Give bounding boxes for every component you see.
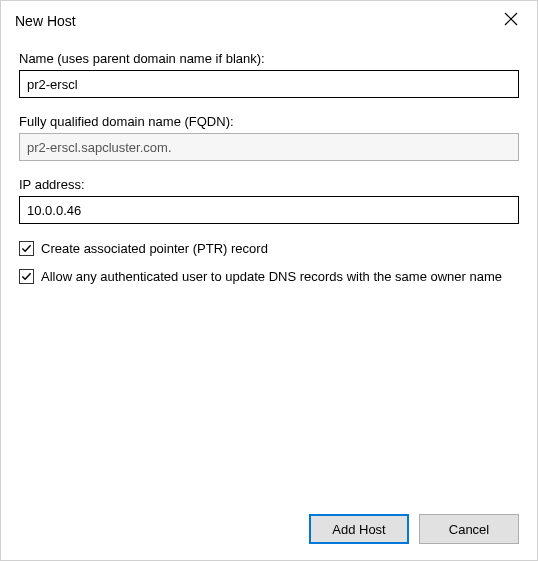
name-label: Name (uses parent domain name if blank):	[19, 51, 519, 66]
fqdn-field-group: Fully qualified domain name (FQDN): pr2-…	[19, 114, 519, 161]
checkmark-icon	[21, 271, 32, 282]
ptr-checkbox-label: Create associated pointer (PTR) record	[41, 240, 268, 258]
allow-update-checkbox-label: Allow any authenticated user to update D…	[41, 268, 502, 286]
ip-field-group: IP address:	[19, 177, 519, 224]
fqdn-label: Fully qualified domain name (FQDN):	[19, 114, 519, 129]
allow-update-checkbox[interactable]	[19, 269, 34, 284]
name-field-group: Name (uses parent domain name if blank):	[19, 51, 519, 98]
titlebar: New Host	[1, 1, 537, 41]
name-input[interactable]	[19, 70, 519, 98]
close-icon	[504, 12, 518, 26]
ptr-checkbox[interactable]	[19, 241, 34, 256]
ptr-checkbox-row[interactable]: Create associated pointer (PTR) record	[19, 240, 519, 258]
close-button[interactable]	[493, 4, 529, 34]
allow-update-checkbox-row[interactable]: Allow any authenticated user to update D…	[19, 268, 519, 286]
fqdn-readonly: pr2-erscl.sapcluster.com.	[19, 133, 519, 161]
ip-input[interactable]	[19, 196, 519, 224]
button-row: Add Host Cancel	[1, 502, 537, 560]
dialog-title: New Host	[15, 13, 76, 29]
new-host-dialog: New Host Name (uses parent domain name i…	[0, 0, 538, 561]
ip-label: IP address:	[19, 177, 519, 192]
add-host-button[interactable]: Add Host	[309, 514, 409, 544]
checkmark-icon	[21, 243, 32, 254]
dialog-content: Name (uses parent domain name if blank):…	[1, 41, 537, 502]
cancel-button[interactable]: Cancel	[419, 514, 519, 544]
